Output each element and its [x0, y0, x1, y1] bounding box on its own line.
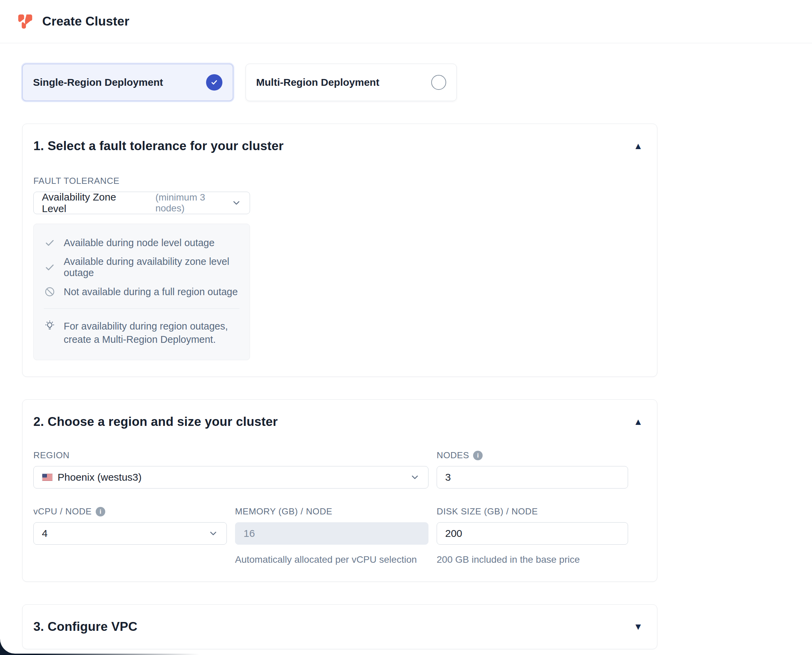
chevron-down-icon — [410, 472, 420, 483]
deployment-option-label: Multi-Region Deployment — [256, 77, 379, 88]
region-select[interactable]: Phoenix (westus3) — [33, 466, 428, 489]
lightbulb-icon — [44, 320, 55, 331]
availability-note-text: Available during node level outage — [64, 237, 214, 249]
fault-tolerance-select[interactable]: Availability Zone Level (minimum 3 nodes… — [33, 192, 250, 214]
section-configure-vpc: 3. Configure VPC ▼ — [22, 604, 657, 649]
tip-row: For availability during region outages, … — [44, 320, 239, 346]
chevron-down-icon — [231, 198, 242, 208]
deployment-option-label: Single-Region Deployment — [33, 77, 163, 88]
info-icon[interactable]: i — [96, 507, 105, 517]
check-icon — [44, 237, 55, 249]
yugabyte-logo-icon — [16, 12, 35, 31]
availability-note-text: Not available during a full region outag… — [64, 286, 238, 298]
tip-text: For availability during region outages, … — [64, 320, 237, 346]
disk-label: DISK SIZE (GB) / NODE — [437, 506, 628, 517]
page-title: Create Cluster — [42, 14, 129, 29]
app-header: Create Cluster — [0, 0, 812, 43]
disk-size-input[interactable] — [437, 522, 628, 545]
disk-helper-text: 200 GB included in the base price — [437, 554, 628, 565]
memory-label: MEMORY (GB) / NODE — [235, 506, 428, 517]
deployment-option-single-region[interactable]: Single-Region Deployment — [22, 64, 233, 101]
availability-note-text: Available during availability zone level… — [64, 256, 239, 278]
nodes-label: NODES — [437, 450, 469, 461]
region-field: REGION — [33, 450, 428, 489]
vcpu-value: 4 — [42, 528, 48, 539]
availability-info-box: Available during node level outage Avail… — [33, 224, 250, 360]
availability-note: Available during availability zone level… — [44, 256, 239, 278]
chevron-down-icon — [208, 528, 218, 538]
fault-tolerance-label: FAULT TOLERANCE — [33, 176, 250, 186]
ban-icon — [44, 286, 55, 298]
collapse-section-icon[interactable]: ▲ — [632, 140, 645, 152]
divider — [44, 308, 239, 309]
section-heading: 2. Choose a region and size your cluster — [33, 415, 277, 429]
info-icon[interactable]: i — [473, 451, 483, 460]
memory-field: MEMORY (GB) / NODE Automatically allocat… — [235, 506, 428, 565]
availability-note: Not available during a full region outag… — [44, 286, 239, 298]
vcpu-field: vCPU / NODE i 4 — [33, 506, 227, 565]
deployment-option-multi-region[interactable]: Multi-Region Deployment — [246, 64, 457, 101]
fault-tolerance-value: Availability Zone Level — [42, 191, 136, 214]
vcpu-select[interactable]: 4 — [33, 522, 227, 545]
radio-unselected-icon[interactable] — [431, 75, 446, 90]
check-icon — [44, 261, 55, 273]
nodes-field: NODES i — [437, 450, 628, 489]
memory-helper-text: Automatically allocated per vCPU selecti… — [235, 554, 428, 565]
collapse-section-icon[interactable]: ▲ — [632, 416, 645, 428]
nodes-input[interactable] — [437, 466, 628, 489]
section-heading: 3. Configure VPC — [33, 620, 137, 634]
radio-selected-icon[interactable] — [206, 74, 222, 91]
vcpu-label: vCPU / NODE — [33, 506, 92, 517]
disk-field: DISK SIZE (GB) / NODE 200 GB included in… — [437, 506, 628, 565]
checkmark-icon — [210, 78, 219, 87]
section-region-size: 2. Choose a region and size your cluster… — [22, 399, 657, 582]
region-value: Phoenix (westus3) — [57, 472, 142, 483]
memory-input — [235, 522, 428, 545]
availability-note: Available during node level outage — [44, 237, 239, 249]
region-label: REGION — [33, 450, 428, 461]
section-fault-tolerance: 1. Select a fault tolerance for your clu… — [22, 124, 657, 377]
us-flag-icon — [42, 474, 53, 481]
deployment-type-selector: Single-Region Deployment Multi-Region De… — [22, 64, 657, 101]
section-heading: 1. Select a fault tolerance for your clu… — [33, 139, 284, 153]
expand-section-icon[interactable]: ▼ — [632, 621, 645, 633]
fault-tolerance-note: (minimum 3 nodes) — [155, 192, 231, 214]
